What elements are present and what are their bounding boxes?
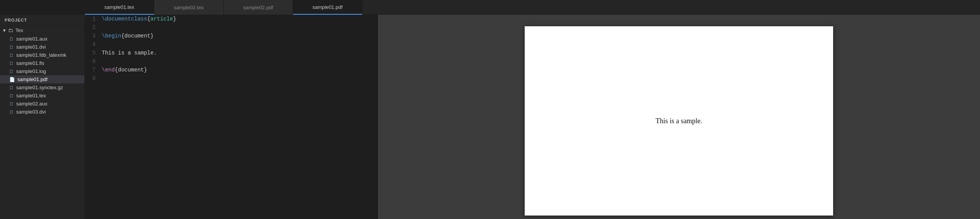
- file-sample01-dvi[interactable]: 🗋 sample01.dvi: [0, 43, 84, 51]
- tab-sample02-tex[interactable]: sample02.tex: [154, 0, 224, 15]
- file-sample01-fdb-latexmk[interactable]: 🗋 sample01.fdb_latexmk: [0, 51, 84, 59]
- pdf-page: This is a sample.: [525, 26, 833, 216]
- file-icon: 🗋: [9, 61, 14, 66]
- folder-tex[interactable]: ▾ 🗀 Tex: [0, 26, 84, 35]
- line-number: 2: [85, 23, 100, 32]
- line-number: 7: [85, 66, 100, 74]
- pdf-preview-area: This is a sample.: [378, 15, 980, 219]
- file-icon: 🗋: [9, 109, 14, 115]
- tab-label: sample01.tex: [104, 4, 134, 10]
- line-number: 6: [85, 57, 100, 66]
- code-line-7: 7 \end{document}: [85, 66, 377, 74]
- line-number: 8: [85, 74, 100, 83]
- tab-sample02-pdf[interactable]: sample02.pdf: [224, 0, 293, 15]
- code-line-5: 5 This is a sample.: [85, 49, 377, 57]
- line-code: [100, 23, 377, 32]
- sidebar: Project ▾ 🗀 Tex 🗋 sample01.aux 🗋 sample0…: [0, 15, 85, 219]
- code-line-1: 1 \documentclass{article}: [85, 15, 377, 23]
- code-line-3: 3 \begin{document}: [85, 32, 377, 40]
- tab-label: sample02.pdf: [243, 5, 273, 10]
- file-icon: 🗋: [9, 53, 14, 58]
- line-number: 1: [85, 15, 100, 23]
- file-icon: 🗋: [9, 69, 14, 74]
- line-code: [100, 74, 377, 83]
- line-code: \documentclass{article}: [100, 15, 377, 23]
- file-sample01-pdf[interactable]: 📄 sample01.pdf: [0, 75, 84, 83]
- file-icon: 🗋: [9, 36, 14, 42]
- main-layout: Project ▾ 🗀 Tex 🗋 sample01.aux 🗋 sample0…: [0, 15, 980, 219]
- sidebar-header: Project: [0, 15, 84, 26]
- chevron-down-icon: ▾: [3, 27, 6, 33]
- pdf-sample-text: This is a sample.: [656, 117, 702, 125]
- file-sample01-fls[interactable]: 🗋 sample01.fls: [0, 59, 84, 67]
- file-name: sample01.synctex.gz: [16, 85, 63, 90]
- pdf-file-icon: 📄: [9, 77, 15, 82]
- file-sample03-dvi[interactable]: 🗋 sample03.dvi: [0, 108, 84, 116]
- folder-name: Tex: [15, 27, 23, 33]
- file-name: sample01.pdf: [17, 76, 47, 82]
- file-name: sample01.fdb_latexmk: [16, 52, 66, 58]
- file-name: sample03.dvi: [16, 109, 46, 115]
- tab-sample01-tex[interactable]: sample01.tex: [85, 0, 154, 15]
- line-code: \end{document}: [100, 66, 377, 74]
- line-number: 5: [85, 49, 100, 57]
- code-editor[interactable]: 1 \documentclass{article} 2 3 \begin{doc…: [85, 15, 377, 219]
- tab-bar: sample01.tex sample02.tex sample02.pdf s…: [85, 0, 980, 15]
- code-line-2: 2: [85, 23, 377, 32]
- line-code: This is a sample.: [100, 49, 377, 57]
- code-line-6: 6: [85, 57, 377, 66]
- file-icon: 🗋: [9, 93, 14, 98]
- folder-icon: 🗀: [8, 27, 13, 33]
- file-icon: 🗋: [9, 101, 14, 107]
- file-name: sample01.fls: [16, 60, 44, 66]
- file-name: sample01.aux: [16, 36, 47, 42]
- file-name: sample01.tex: [16, 93, 46, 98]
- file-sample01-tex[interactable]: 🗋 sample01.tex: [0, 92, 84, 100]
- tab-label: sample01.pdf: [312, 4, 342, 10]
- file-icon: 🗋: [9, 85, 14, 90]
- editor-area[interactable]: 1 \documentclass{article} 2 3 \begin{doc…: [85, 15, 378, 219]
- code-line-8: 8: [85, 74, 377, 83]
- file-sample01-log[interactable]: 🗋 sample01.log: [0, 67, 84, 75]
- file-sample01-aux[interactable]: 🗋 sample01.aux: [0, 35, 84, 43]
- file-sample01-synctex-gz[interactable]: 🗋 sample01.synctex.gz: [0, 83, 84, 92]
- line-code: [100, 57, 377, 66]
- tab-label: sample02.tex: [174, 5, 204, 10]
- file-sample02-aux[interactable]: 🗋 sample02.aux: [0, 100, 84, 108]
- line-number: 3: [85, 32, 100, 40]
- line-code: \begin{document}: [100, 32, 377, 40]
- file-icon: 🗋: [9, 44, 14, 50]
- code-table: 1 \documentclass{article} 2 3 \begin{doc…: [85, 15, 377, 83]
- file-name: sample01.dvi: [16, 44, 46, 50]
- file-name: sample01.log: [16, 68, 46, 74]
- file-name: sample02.aux: [16, 101, 47, 107]
- line-code: [100, 40, 377, 49]
- line-number: 4: [85, 40, 100, 49]
- code-line-4: 4: [85, 40, 377, 49]
- tab-sample01-pdf[interactable]: sample01.pdf: [293, 0, 362, 15]
